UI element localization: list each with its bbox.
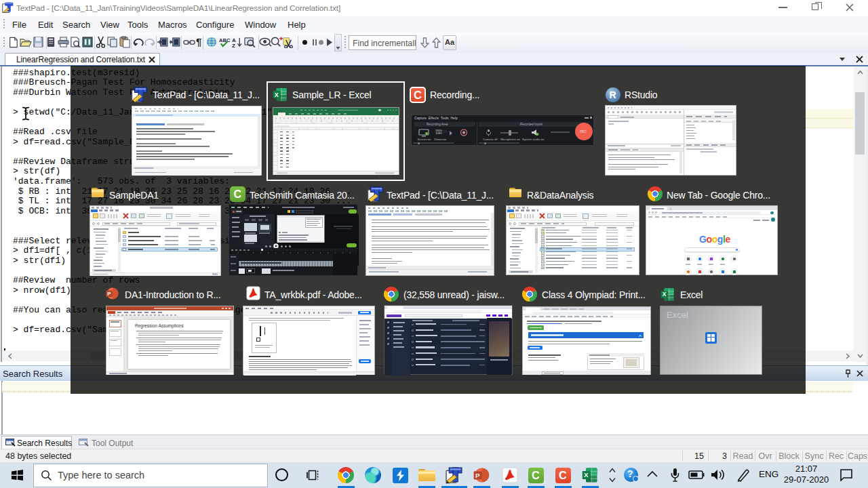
svg-text:ABC: ABC — [219, 37, 231, 43]
svg-text:X: X — [663, 291, 667, 298]
svg-text:X: X — [275, 92, 279, 98]
svg-text:P: P — [107, 291, 111, 297]
svg-text:Z: Z — [232, 43, 235, 48]
